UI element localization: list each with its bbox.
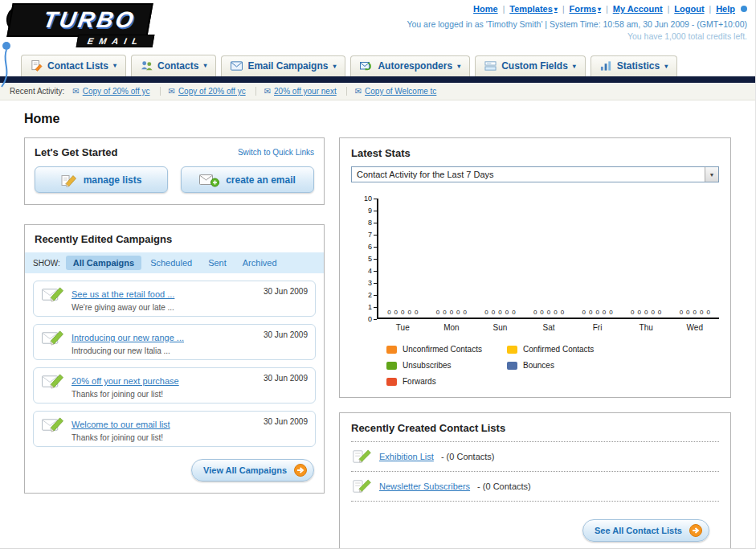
header-right: Home | Templates▾ | Forms▾ | My Account … [407,4,747,41]
nav-tab-contacts[interactable]: Contacts ▾ [131,55,216,76]
chart-value-label: 0 [609,309,612,316]
link-separator: | [503,5,505,14]
chart-value-label: 0 [554,309,557,316]
chart-value-label: 0 [498,309,501,316]
contact-list-row[interactable]: Newsletter Subscribers - (0 Contacts) [351,471,719,502]
see-all-contact-lists-button[interactable]: See All Contact Lists [582,519,709,542]
view-all-campaigns-button[interactable]: View All Campaigns [191,459,314,481]
chart-value-label: 0 [706,309,709,316]
top-link-my-account[interactable]: My Account [613,4,663,14]
custom-fields-icon [484,60,497,72]
legend-item: Bounces [507,361,627,370]
chevron-down-icon: ▾ [664,63,668,70]
campaign-date: 30 Jun 2009 [264,374,308,383]
nav-tab-custom-fields[interactable]: Custom Fields ▾ [475,55,586,76]
filter-archived[interactable]: Archived [235,256,284,270]
chart-value-label: 0 [443,309,446,316]
contact-list-link[interactable]: Exhibition List [379,452,434,461]
chart-x-tick-label: Mon [427,323,476,332]
chart-bar-group: 00000 [525,309,574,318]
get-started-title: Let's Get Started [35,146,118,158]
main-content: Home Let's Get Started Switch to Quick L… [0,100,755,549]
statistics-icon [600,60,612,72]
chevron-down-icon: ▾ [554,6,558,13]
nav-tab-autoresponders[interactable]: Autoresponders ▾ [350,55,470,76]
top-link-templates[interactable]: Templates▾ [509,4,558,14]
chevron-down-icon: ▾ [573,63,576,70]
nav-tab-contact-lists[interactable]: Contact Lists ▾ [21,55,126,76]
email-edit-icon [41,416,65,434]
chart-bar-group: 00000 [427,309,476,318]
recent-activity-item[interactable]: ✉ Copy of 20% off yc [72,87,160,96]
top-link-help[interactable]: Help [716,4,735,14]
contact-activity-chart: 109876543210 000000000000000000000000000… [351,199,719,386]
recent-activity-item[interactable]: ✉ Copy of 20% off yc [169,87,256,96]
chart-value-label: 0 [505,309,509,316]
chart-bar-group: 00000 [670,309,719,318]
app-logo[interactable]: TURBO EMAIL [10,3,153,47]
chart-value-label: 0 [512,309,515,316]
get-started-panel: Let's Get Started Switch to Quick Links … [24,137,325,205]
chart-value-label: 0 [561,309,564,316]
chevron-down-icon: ▾ [113,62,116,69]
nav-tab-statistics[interactable]: Statistics ▾ [590,55,677,76]
legend-swatch [386,362,397,370]
campaign-item[interactable]: 20% off your next purchase Thanks for jo… [33,367,316,404]
top-link-home[interactable]: Home [473,4,498,14]
campaign-item[interactable]: See us at the retail food ... We're givi… [33,281,316,317]
campaigns-title: Recently Edited Campaigns [25,225,324,252]
contact-lists-icon [31,59,43,72]
filter-sent[interactable]: Sent [201,256,234,270]
contact-lists-panel: Recently Created Contact Lists Exhibitio… [339,412,731,549]
main-nav: Contact Lists ▾ Contacts ▾ Email Campaig… [0,51,755,76]
email-edit-icon [41,372,65,391]
contact-list-row[interactable]: Exhibition List - (0 Contacts) [351,441,719,471]
campaign-item[interactable]: Welcome to our email list Thanks for joi… [33,411,316,447]
switch-quick-links-link[interactable]: Switch to Quick Links [238,148,314,157]
show-label: SHOW: [33,259,60,268]
stats-period-select[interactable]: Contact Activity for the Last 7 Days ▼ [351,166,719,182]
chart-value-label: 0 [394,309,398,316]
autoresponders-icon [360,60,373,72]
recent-activity-label: Recent Activity: [10,87,64,96]
pencil-icon [61,173,77,187]
recent-activity-item[interactable]: ✉ Copy of Welcome tc [355,87,447,96]
campaign-link[interactable]: Introducing our new range ... [72,333,184,342]
legend-item: Confirmed Contacts [507,345,627,354]
link-separator: | [709,5,712,14]
list-edit-icon [353,449,372,465]
nav-tab-email-campaigns[interactable]: Email Campaigns ▾ [221,55,345,76]
campaign-link[interactable]: See us at the retail food ... [72,289,174,299]
logo-text-email: EMAIL [76,35,155,47]
contacts-icon [141,59,153,72]
legend-item: Unsubscribes [386,361,507,370]
campaign-item[interactable]: Introducing our new range ... Introducin… [33,324,316,360]
top-link-forms[interactable]: Forms▾ [569,4,601,14]
top-links: Home | Templates▾ | Forms▾ | My Account … [407,4,747,14]
chart-value-label: 0 [595,309,599,316]
top-link-logout[interactable]: Logout [674,4,704,14]
campaign-link[interactable]: 20% off your next purchase [72,376,179,386]
chart-value-label: 0 [686,309,689,316]
chart-value-label: 0 [456,309,460,316]
latest-stats-panel: Latest Stats Contact Activity for the La… [339,137,731,398]
filter-scheduled[interactable]: Scheduled [143,256,199,270]
link-separator: | [668,5,670,14]
contact-list-link[interactable]: Newsletter Subscribers [379,481,470,491]
recent-activity-item[interactable]: ✉ 20% off your next [264,87,347,96]
legend-swatch [507,362,517,370]
email-edit-icon [41,285,65,304]
email-campaigns-icon [231,61,243,71]
chart-value-label: 0 [644,309,648,316]
chart-x-tick-label: Tue [378,323,427,332]
campaign-link[interactable]: Welcome to our email list [72,420,170,429]
chart-value-label: 0 [582,309,585,316]
create-email-button[interactable]: create an email [181,166,314,193]
arrow-right-icon [294,464,307,477]
filter-all-campaigns[interactable]: All Campaigns [66,256,141,270]
contact-lists-title: Recently Created Contact Lists [351,422,719,434]
campaign-date: 30 Jun 2009 [264,330,308,339]
manage-lists-button[interactable]: manage lists [35,166,168,193]
login-info: You are logged in as 'Timothy Smith' | S… [407,19,747,29]
envelope-icon: ✉ [72,88,79,96]
